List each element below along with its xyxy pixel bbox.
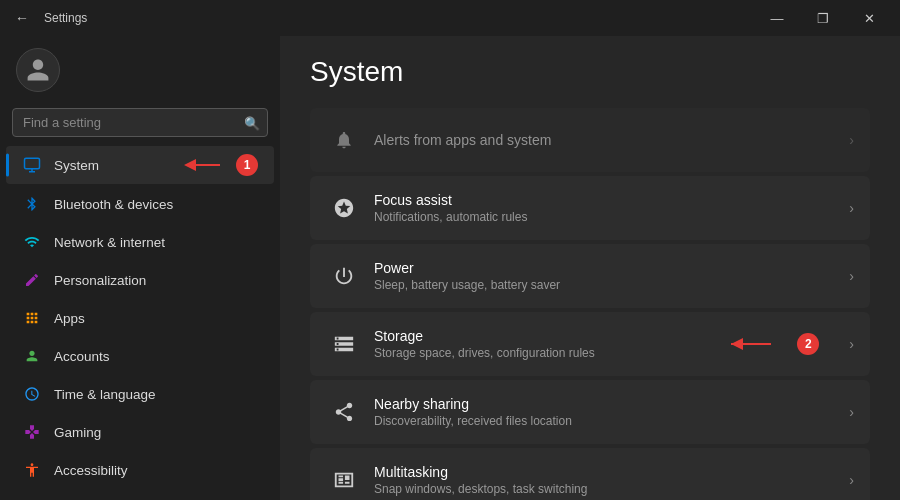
nav-item-personalization[interactable]: Personalization: [6, 262, 274, 298]
settings-item-focus[interactable]: Focus assist Notifications, automatic ru…: [310, 176, 870, 240]
nav-item-accessibility[interactable]: Accessibility: [6, 452, 274, 488]
settings-item-nearby[interactable]: Nearby sharing Discoverability, received…: [310, 380, 870, 444]
personalization-icon: [22, 270, 42, 290]
sidebar: 🔍 System 1: [0, 36, 280, 500]
storage-desc: Storage space, drives, configuration rul…: [374, 346, 711, 360]
power-title: Power: [374, 260, 849, 276]
time-icon: [22, 384, 42, 404]
back-icon: ←: [15, 10, 29, 26]
annotation-badge-2: 2: [797, 333, 819, 355]
settings-item-alerts[interactable]: Alerts from apps and system ›: [310, 108, 870, 172]
power-icon: [326, 258, 362, 294]
nav-label-system: System: [54, 158, 99, 173]
storage-icon: [326, 326, 362, 362]
accessibility-icon: [22, 460, 42, 480]
power-chevron: ›: [849, 268, 854, 284]
page-title: System: [310, 56, 870, 88]
nav-label-gaming: Gaming: [54, 425, 101, 440]
nav-item-system[interactable]: System 1: [6, 146, 274, 184]
nearby-desc: Discoverability, received files location: [374, 414, 849, 428]
power-text: Power Sleep, battery usage, battery save…: [374, 260, 849, 292]
titlebar-controls: — ❐ ✕: [754, 0, 892, 36]
search-icon: 🔍: [244, 115, 260, 130]
titlebar: ← Settings — ❐ ✕: [0, 0, 900, 36]
alerts-chevron: ›: [849, 132, 854, 148]
nav-item-bluetooth[interactable]: Bluetooth & devices: [6, 186, 274, 222]
nav-item-time[interactable]: Time & language: [6, 376, 274, 412]
nav-label-time: Time & language: [54, 387, 156, 402]
arrow-2: [711, 333, 791, 355]
multitasking-title: Multitasking: [374, 464, 849, 480]
alerts-title: Alerts from apps and system: [374, 132, 849, 148]
focus-desc: Notifications, automatic rules: [374, 210, 849, 224]
close-icon: ✕: [864, 11, 875, 26]
content-area: System Alerts from apps and system › Foc…: [280, 36, 900, 500]
multitasking-chevron: ›: [849, 472, 854, 488]
titlebar-left: ← Settings: [8, 4, 87, 32]
multitasking-icon: [326, 462, 362, 498]
alerts-text: Alerts from apps and system: [374, 132, 849, 148]
nearby-chevron: ›: [849, 404, 854, 420]
settings-item-multitasking[interactable]: Multitasking Snap windows, desktops, tas…: [310, 448, 870, 500]
sidebar-profile: [0, 36, 280, 104]
close-button[interactable]: ✕: [846, 0, 892, 36]
nav-item-gaming[interactable]: Gaming: [6, 414, 274, 450]
arrow-1: [180, 154, 230, 176]
search-box[interactable]: 🔍: [12, 108, 268, 137]
focus-chevron: ›: [849, 200, 854, 216]
svg-rect-0: [25, 158, 40, 169]
nearby-icon: [326, 394, 362, 430]
nav-label-network: Network & internet: [54, 235, 165, 250]
focus-icon: [326, 190, 362, 226]
power-desc: Sleep, battery usage, battery saver: [374, 278, 849, 292]
main-layout: 🔍 System 1: [0, 36, 900, 500]
minimize-button[interactable]: —: [754, 0, 800, 36]
nav-label-accessibility: Accessibility: [54, 463, 128, 478]
nav-label-bluetooth: Bluetooth & devices: [54, 197, 173, 212]
accounts-icon: [22, 346, 42, 366]
storage-title: Storage: [374, 328, 711, 344]
titlebar-title: Settings: [44, 11, 87, 25]
nav-item-apps[interactable]: Apps: [6, 300, 274, 336]
alerts-icon: [326, 122, 362, 158]
settings-item-storage[interactable]: Storage Storage space, drives, configura…: [310, 312, 870, 376]
apps-icon: [22, 308, 42, 328]
multitasking-text: Multitasking Snap windows, desktops, tas…: [374, 464, 849, 496]
restore-icon: ❐: [817, 11, 829, 26]
storage-text: Storage Storage space, drives, configura…: [374, 328, 711, 360]
avatar-icon: [25, 57, 51, 83]
nav-item-network[interactable]: Network & internet: [6, 224, 274, 260]
storage-chevron: ›: [849, 336, 854, 352]
annotation-badge-1: 1: [236, 154, 258, 176]
system-icon: [22, 155, 42, 175]
nav-item-accounts[interactable]: Accounts: [6, 338, 274, 374]
network-icon: [22, 232, 42, 252]
search-input[interactable]: [12, 108, 268, 137]
nearby-text: Nearby sharing Discoverability, received…: [374, 396, 849, 428]
nearby-title: Nearby sharing: [374, 396, 849, 412]
nav-label-accounts: Accounts: [54, 349, 110, 364]
avatar[interactable]: [16, 48, 60, 92]
gaming-icon: [22, 422, 42, 442]
bluetooth-icon: [22, 194, 42, 214]
nav-label-personalization: Personalization: [54, 273, 146, 288]
settings-item-power[interactable]: Power Sleep, battery usage, battery save…: [310, 244, 870, 308]
focus-title: Focus assist: [374, 192, 849, 208]
nav-label-apps: Apps: [54, 311, 85, 326]
focus-text: Focus assist Notifications, automatic ru…: [374, 192, 849, 224]
multitasking-desc: Snap windows, desktops, task switching: [374, 482, 849, 496]
minimize-icon: —: [771, 11, 784, 26]
restore-button[interactable]: ❐: [800, 0, 846, 36]
back-button[interactable]: ←: [8, 4, 36, 32]
